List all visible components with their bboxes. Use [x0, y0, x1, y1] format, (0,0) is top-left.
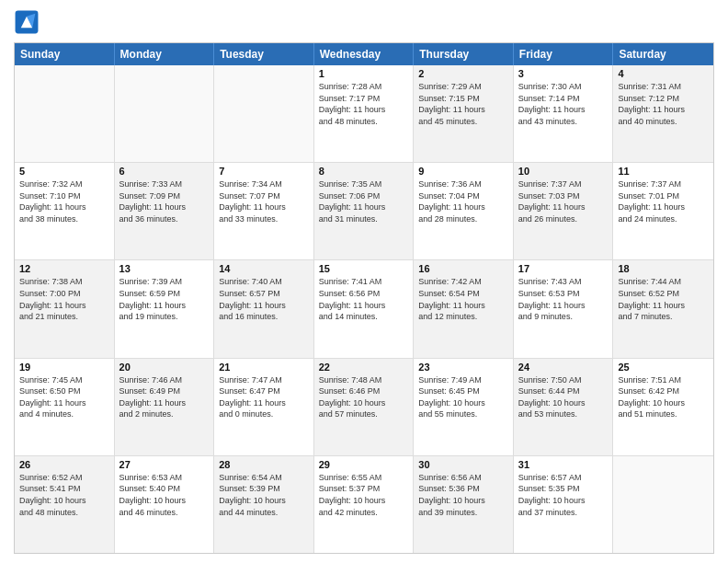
- day-number: 9: [418, 166, 508, 177]
- calendar-day-cell: 17Sunrise: 7:43 AM Sunset: 6:53 PM Dayli…: [514, 260, 614, 357]
- day-info: Sunrise: 7:34 AM Sunset: 7:07 PM Dayligh…: [219, 178, 309, 224]
- day-number: 21: [219, 362, 309, 373]
- day-number: 7: [219, 166, 309, 177]
- day-info: Sunrise: 7:32 AM Sunset: 7:10 PM Dayligh…: [19, 178, 109, 224]
- calendar-day-cell: 3Sunrise: 7:30 AM Sunset: 7:14 PM Daylig…: [514, 65, 614, 162]
- calendar-day-cell: 18Sunrise: 7:44 AM Sunset: 6:52 PM Dayli…: [613, 260, 713, 357]
- calendar-day-cell: [613, 456, 713, 553]
- day-info: Sunrise: 7:28 AM Sunset: 7:17 PM Dayligh…: [319, 81, 409, 127]
- weekday-header: Thursday: [414, 43, 514, 65]
- calendar-day-cell: 20Sunrise: 7:46 AM Sunset: 6:49 PM Dayli…: [115, 359, 215, 455]
- calendar-day-cell: 8Sunrise: 7:35 AM Sunset: 7:06 PM Daylig…: [314, 163, 415, 259]
- day-info: Sunrise: 7:45 AM Sunset: 6:50 PM Dayligh…: [19, 374, 109, 420]
- calendar-week: 5Sunrise: 7:32 AM Sunset: 7:10 PM Daylig…: [15, 163, 713, 260]
- calendar-day-cell: 10Sunrise: 7:37 AM Sunset: 7:03 PM Dayli…: [514, 163, 614, 259]
- day-info: Sunrise: 7:29 AM Sunset: 7:15 PM Dayligh…: [418, 81, 508, 127]
- calendar-day-cell: 26Sunrise: 6:52 AM Sunset: 5:41 PM Dayli…: [15, 456, 115, 553]
- calendar-day-cell: 9Sunrise: 7:36 AM Sunset: 7:04 PM Daylig…: [414, 163, 514, 259]
- day-info: Sunrise: 6:56 AM Sunset: 5:36 PM Dayligh…: [418, 472, 508, 518]
- day-info: Sunrise: 7:30 AM Sunset: 7:14 PM Dayligh…: [518, 81, 609, 127]
- calendar-day-cell: 2Sunrise: 7:29 AM Sunset: 7:15 PM Daylig…: [414, 65, 514, 162]
- calendar-week: 12Sunrise: 7:38 AM Sunset: 7:00 PM Dayli…: [15, 260, 713, 358]
- day-number: 15: [319, 263, 409, 274]
- calendar-day-cell: 13Sunrise: 7:39 AM Sunset: 6:59 PM Dayli…: [115, 260, 215, 357]
- day-number: 8: [319, 166, 409, 177]
- day-info: Sunrise: 7:42 AM Sunset: 6:54 PM Dayligh…: [418, 276, 508, 322]
- day-info: Sunrise: 7:31 AM Sunset: 7:12 PM Dayligh…: [618, 81, 709, 127]
- day-number: 13: [119, 263, 210, 274]
- weekday-header: Saturday: [613, 43, 713, 65]
- calendar: SundayMondayTuesdayWednesdayThursdayFrid…: [14, 42, 714, 554]
- day-info: Sunrise: 7:37 AM Sunset: 7:01 PM Dayligh…: [618, 178, 709, 224]
- day-info: Sunrise: 7:49 AM Sunset: 6:45 PM Dayligh…: [418, 374, 508, 420]
- day-number: 1: [319, 68, 409, 79]
- day-number: 10: [518, 166, 609, 177]
- header: [14, 9, 714, 35]
- weekday-header: Wednesday: [314, 43, 415, 65]
- day-info: Sunrise: 6:53 AM Sunset: 5:40 PM Dayligh…: [119, 472, 210, 518]
- calendar-day-cell: 16Sunrise: 7:42 AM Sunset: 6:54 PM Dayli…: [414, 260, 514, 357]
- day-info: Sunrise: 6:57 AM Sunset: 5:35 PM Dayligh…: [518, 472, 609, 518]
- day-number: 29: [319, 459, 409, 470]
- day-number: 23: [418, 362, 508, 373]
- calendar-day-cell: 1Sunrise: 7:28 AM Sunset: 7:17 PM Daylig…: [314, 65, 415, 162]
- day-number: 11: [618, 166, 709, 177]
- logo-icon: [14, 9, 40, 35]
- day-info: Sunrise: 6:52 AM Sunset: 5:41 PM Dayligh…: [19, 472, 109, 518]
- day-info: Sunrise: 7:40 AM Sunset: 6:57 PM Dayligh…: [219, 276, 309, 322]
- day-number: 30: [418, 459, 508, 470]
- day-number: 17: [518, 263, 609, 274]
- calendar-day-cell: 31Sunrise: 6:57 AM Sunset: 5:35 PM Dayli…: [514, 456, 614, 553]
- calendar-day-cell: 27Sunrise: 6:53 AM Sunset: 5:40 PM Dayli…: [115, 456, 215, 553]
- calendar-day-cell: 19Sunrise: 7:45 AM Sunset: 6:50 PM Dayli…: [15, 359, 115, 455]
- calendar-week: 1Sunrise: 7:28 AM Sunset: 7:17 PM Daylig…: [15, 65, 713, 163]
- day-number: 6: [119, 166, 210, 177]
- day-number: 24: [518, 362, 609, 373]
- calendar-day-cell: 25Sunrise: 7:51 AM Sunset: 6:42 PM Dayli…: [613, 359, 713, 455]
- calendar-header: SundayMondayTuesdayWednesdayThursdayFrid…: [15, 43, 713, 65]
- day-info: Sunrise: 7:38 AM Sunset: 7:00 PM Dayligh…: [19, 276, 109, 322]
- calendar-day-cell: 15Sunrise: 7:41 AM Sunset: 6:56 PM Dayli…: [314, 260, 415, 357]
- day-number: 2: [418, 68, 508, 79]
- day-number: 22: [319, 362, 409, 373]
- day-number: 31: [518, 459, 609, 470]
- day-info: Sunrise: 6:54 AM Sunset: 5:39 PM Dayligh…: [219, 472, 309, 518]
- day-info: Sunrise: 7:46 AM Sunset: 6:49 PM Dayligh…: [119, 374, 210, 420]
- page: SundayMondayTuesdayWednesdayThursdayFrid…: [0, 0, 728, 563]
- calendar-day-cell: [15, 65, 115, 162]
- calendar-day-cell: 7Sunrise: 7:34 AM Sunset: 7:07 PM Daylig…: [214, 163, 314, 259]
- weekday-header: Sunday: [15, 43, 115, 65]
- day-info: Sunrise: 7:41 AM Sunset: 6:56 PM Dayligh…: [319, 276, 409, 322]
- day-number: 20: [119, 362, 210, 373]
- day-info: Sunrise: 7:47 AM Sunset: 6:47 PM Dayligh…: [219, 374, 309, 420]
- calendar-day-cell: 22Sunrise: 7:48 AM Sunset: 6:46 PM Dayli…: [314, 359, 415, 455]
- day-info: Sunrise: 7:39 AM Sunset: 6:59 PM Dayligh…: [119, 276, 210, 322]
- weekday-header: Tuesday: [214, 43, 314, 65]
- day-info: Sunrise: 7:50 AM Sunset: 6:44 PM Dayligh…: [518, 374, 609, 420]
- day-number: 14: [219, 263, 309, 274]
- calendar-day-cell: [115, 65, 215, 162]
- logo: [14, 9, 41, 35]
- calendar-day-cell: 23Sunrise: 7:49 AM Sunset: 6:45 PM Dayli…: [414, 359, 514, 455]
- day-info: Sunrise: 7:44 AM Sunset: 6:52 PM Dayligh…: [618, 276, 709, 322]
- calendar-day-cell: 30Sunrise: 6:56 AM Sunset: 5:36 PM Dayli…: [414, 456, 514, 553]
- day-number: 16: [418, 263, 508, 274]
- day-number: 28: [219, 459, 309, 470]
- day-info: Sunrise: 7:35 AM Sunset: 7:06 PM Dayligh…: [319, 178, 409, 224]
- day-info: Sunrise: 7:36 AM Sunset: 7:04 PM Dayligh…: [418, 178, 508, 224]
- day-number: 19: [19, 362, 109, 373]
- day-number: 5: [19, 166, 109, 177]
- calendar-day-cell: 24Sunrise: 7:50 AM Sunset: 6:44 PM Dayli…: [514, 359, 614, 455]
- day-number: 25: [618, 362, 709, 373]
- day-number: 4: [618, 68, 709, 79]
- calendar-week: 19Sunrise: 7:45 AM Sunset: 6:50 PM Dayli…: [15, 359, 713, 456]
- calendar-day-cell: 12Sunrise: 7:38 AM Sunset: 7:00 PM Dayli…: [15, 260, 115, 357]
- day-info: Sunrise: 7:33 AM Sunset: 7:09 PM Dayligh…: [119, 178, 210, 224]
- calendar-day-cell: 28Sunrise: 6:54 AM Sunset: 5:39 PM Dayli…: [214, 456, 314, 553]
- day-number: 26: [19, 459, 109, 470]
- calendar-day-cell: 4Sunrise: 7:31 AM Sunset: 7:12 PM Daylig…: [613, 65, 713, 162]
- day-info: Sunrise: 7:51 AM Sunset: 6:42 PM Dayligh…: [618, 374, 709, 420]
- calendar-day-cell: 5Sunrise: 7:32 AM Sunset: 7:10 PM Daylig…: [15, 163, 115, 259]
- day-number: 27: [119, 459, 210, 470]
- calendar-day-cell: 11Sunrise: 7:37 AM Sunset: 7:01 PM Dayli…: [613, 163, 713, 259]
